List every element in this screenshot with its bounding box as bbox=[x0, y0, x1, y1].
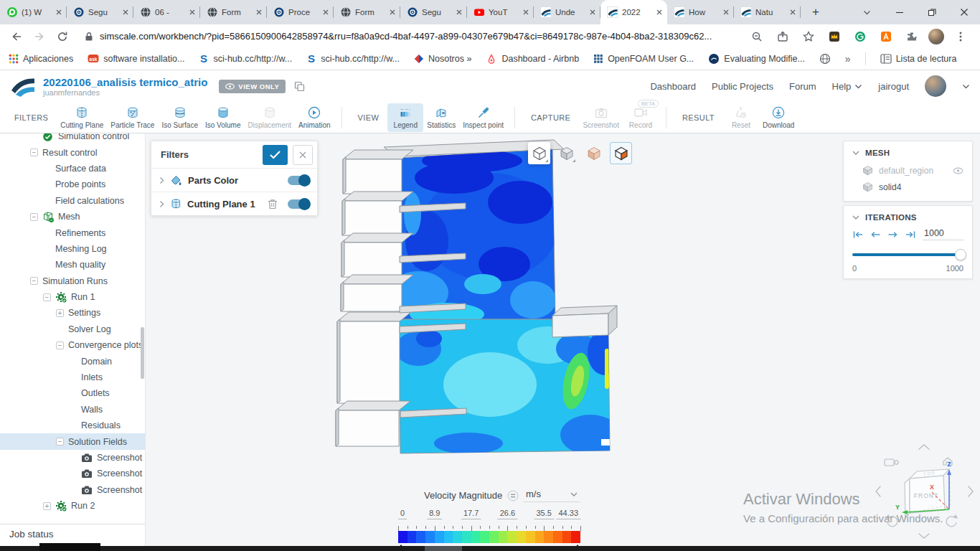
zoom-icon[interactable] bbox=[748, 27, 766, 46]
mesh-item-solid4[interactable]: solid4 bbox=[844, 179, 972, 195]
tab-close-icon[interactable] bbox=[654, 7, 664, 18]
iso-volume-button[interactable]: Iso Volume bbox=[202, 103, 244, 132]
tree-item-residuals[interactable]: Residuals bbox=[0, 418, 145, 433]
surface-wireframe-cube-button[interactable] bbox=[528, 142, 550, 164]
tree-item-screenshot-2[interactable]: Screenshot 2 bbox=[0, 466, 145, 481]
tree-item-outlets[interactable]: Outlets bbox=[0, 385, 145, 401]
tab-close-icon[interactable] bbox=[720, 7, 731, 18]
simscale-logo[interactable] bbox=[10, 75, 36, 98]
translucent-cube-button[interactable] bbox=[583, 142, 605, 164]
bookmark-sci-hub-cc-http-w[interactable]: Ssci-hub.cc/http://w... bbox=[199, 53, 292, 65]
tree-expander[interactable]: − bbox=[43, 293, 51, 301]
chevron-right-icon[interactable] bbox=[159, 200, 164, 208]
chevron-down-icon[interactable] bbox=[852, 151, 859, 155]
tree-item-simulation-runs[interactable]: −Simulation Runs bbox=[0, 273, 145, 289]
tree-item-solution-fields[interactable]: −Solution Fields bbox=[0, 433, 145, 449]
first-iteration-button[interactable] bbox=[852, 230, 864, 239]
tab-close-icon[interactable] bbox=[520, 7, 531, 18]
tree-item-simulation-control[interactable]: Simulation control bbox=[0, 133, 145, 144]
browser-tab-06[interactable]: 06 - bbox=[133, 0, 200, 24]
forward-button[interactable] bbox=[30, 27, 49, 46]
delete-filter-icon[interactable] bbox=[268, 198, 278, 209]
header-nav-public-projects[interactable]: Public Projects bbox=[712, 81, 773, 92]
browser-tab-proce[interactable]: Proce bbox=[267, 0, 334, 24]
tree-item-field-calculations[interactable]: Field calculations bbox=[0, 193, 145, 209]
extension-grammarly-icon[interactable] bbox=[851, 27, 870, 46]
tree-expander[interactable]: + bbox=[56, 309, 64, 317]
close-button[interactable] bbox=[948, 0, 980, 24]
particle-trace-button[interactable]: Particle Trace bbox=[107, 103, 158, 132]
bookmark-sci-hub-cc-http-w[interactable]: Ssci-hub.cc/http://w... bbox=[306, 53, 400, 65]
tree-item-refinements[interactable]: Refinements bbox=[0, 225, 145, 240]
cutting-plane-button[interactable]: Cutting Plane bbox=[57, 103, 107, 132]
copy-project-icon[interactable] bbox=[294, 81, 305, 92]
bookmarks-overflow-chevron[interactable]: » bbox=[845, 53, 851, 65]
restore-button[interactable] bbox=[915, 0, 948, 24]
browser-tab-yout[interactable]: YouT bbox=[467, 0, 534, 24]
tree-expander[interactable]: − bbox=[30, 213, 38, 221]
bookmark-dashboard-airbnb[interactable]: Dashboard - Airbnb bbox=[486, 53, 579, 65]
tree-expander[interactable]: − bbox=[30, 277, 38, 285]
tree-expander[interactable]: − bbox=[56, 438, 64, 446]
tab-close-icon[interactable] bbox=[787, 7, 798, 18]
visibility-eye-icon[interactable] bbox=[953, 167, 963, 174]
new-tab-button[interactable]: + bbox=[806, 3, 825, 22]
reload-button[interactable] bbox=[53, 27, 72, 46]
tree-item-settings[interactable]: +Settings bbox=[0, 305, 145, 321]
iteration-slider-knob[interactable] bbox=[955, 249, 966, 260]
tree-item-mesh-quality[interactable]: Mesh quality bbox=[0, 257, 145, 273]
bookmark-software-installatio[interactable]: asksoftware installatio... bbox=[88, 53, 184, 65]
tree-item-meshing-log[interactable]: Meshing Log bbox=[0, 241, 145, 257]
tree-item-probe-points[interactable]: Probe points bbox=[0, 176, 145, 192]
bookmark-globe-grey[interactable] bbox=[819, 53, 831, 65]
browser-tab-form[interactable]: Form bbox=[200, 0, 267, 24]
back-button[interactable] bbox=[7, 27, 26, 46]
tree-item-domain[interactable]: Domain bbox=[0, 353, 145, 369]
next-iteration-button[interactable] bbox=[887, 230, 898, 239]
tab-close-icon[interactable] bbox=[253, 7, 264, 18]
tree-item-inlets[interactable]: Inlets bbox=[0, 369, 145, 385]
tree-item-result-control[interactable]: −Result control bbox=[0, 144, 145, 160]
tree-item-screenshot-1[interactable]: Screenshot 1 bbox=[0, 482, 145, 498]
extension-a-icon[interactable] bbox=[877, 27, 895, 46]
tree-scrollbar-thumb[interactable] bbox=[141, 327, 144, 379]
address-bar[interactable]: simscale.com/workbench/?pid=586615090064… bbox=[76, 27, 743, 47]
previous-iteration-button[interactable] bbox=[870, 230, 881, 239]
bookmark-star-icon[interactable] bbox=[799, 27, 818, 46]
tab-close-icon[interactable] bbox=[120, 7, 131, 18]
chevron-down-icon[interactable] bbox=[962, 84, 970, 89]
surface-cube-button[interactable] bbox=[555, 142, 578, 164]
browser-tab-how[interactable]: How bbox=[667, 0, 734, 24]
filter-visibility-toggle[interactable] bbox=[288, 176, 309, 185]
browser-tab-2022[interactable]: 2022 bbox=[600, 0, 667, 24]
bookmark-aplicaciones[interactable]: Aplicaciones bbox=[9, 54, 73, 64]
tab-close-icon[interactable] bbox=[53, 7, 64, 18]
minimize-button[interactable] bbox=[883, 0, 915, 24]
legend-settings-icon[interactable] bbox=[507, 490, 519, 501]
displacement-button[interactable]: Displacement bbox=[244, 103, 295, 132]
browser-tab-form[interactable]: Form bbox=[334, 0, 400, 24]
tab-close-icon[interactable] bbox=[453, 7, 464, 18]
legend-button[interactable]: Legend bbox=[387, 103, 423, 132]
extension-crown-icon[interactable] bbox=[825, 27, 844, 46]
animation-button[interactable]: Animation bbox=[295, 103, 334, 132]
chevron-right-icon[interactable] bbox=[159, 176, 164, 184]
browser-profile-avatar[interactable] bbox=[928, 29, 944, 44]
tab-close-icon[interactable] bbox=[387, 7, 397, 18]
browser-menu-kebab-icon[interactable] bbox=[951, 27, 970, 46]
record-button[interactable]: BETARecord bbox=[623, 103, 659, 132]
cube-top-label[interactable]: TOP bbox=[923, 471, 937, 476]
3d-viewport[interactable]: Filters Parts ColorCutting Plane 1 MESH … bbox=[146, 133, 980, 551]
iteration-value-input[interactable]: 1000 bbox=[923, 228, 963, 240]
cube-front-label[interactable]: FRONT bbox=[914, 492, 938, 499]
iteration-slider[interactable] bbox=[852, 250, 963, 260]
tree-expander[interactable]: − bbox=[56, 342, 64, 349]
tree-item-screenshot-3[interactable]: Screenshot 3 bbox=[0, 450, 145, 466]
tree-item-run-2[interactable]: +Run 2 bbox=[0, 498, 145, 514]
header-nav-dashboard[interactable]: Dashboard bbox=[650, 81, 696, 92]
iso-surface-button[interactable]: Iso Surface bbox=[158, 103, 202, 132]
browser-tab-natu[interactable]: Natu bbox=[734, 0, 801, 24]
navigation-cube[interactable]: FRONT TOP Z Y X bbox=[869, 438, 980, 545]
job-status-bar[interactable]: Job status bbox=[0, 524, 145, 544]
tab-close-icon[interactable] bbox=[320, 7, 331, 18]
